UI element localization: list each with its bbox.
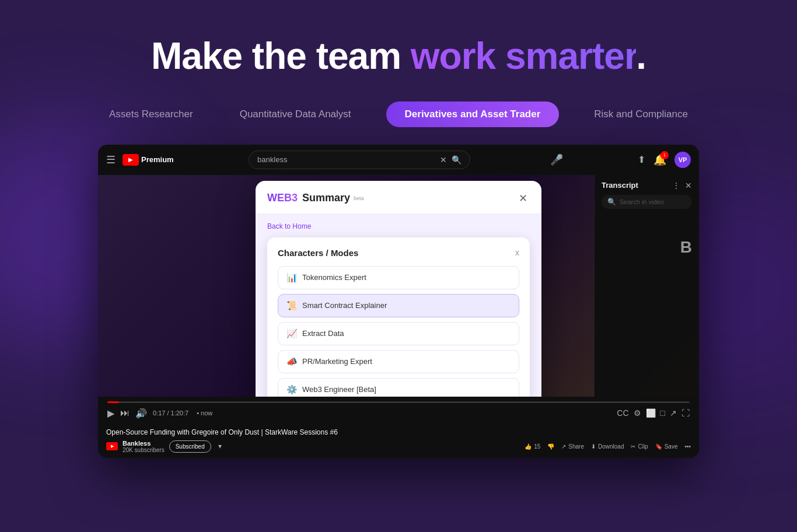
save-button[interactable]: 🔖 Save: [655, 443, 678, 450]
yt-avatar[interactable]: VP: [674, 152, 691, 168]
tokenomics-label: Tokenomics Expert: [302, 273, 366, 282]
web3-modal-body: Back to Home Characters / Modes x 📊 Toke…: [256, 214, 541, 397]
web3-logo-web3-text: WEB3: [267, 192, 298, 204]
yt-search-icon[interactable]: 🔍: [452, 155, 462, 164]
yt-logo-text: Premium: [141, 155, 174, 164]
headline-part1: Make the team: [151, 35, 411, 77]
yt-logo: Premium: [123, 154, 174, 166]
share-button[interactable]: ↗ Share: [561, 443, 584, 450]
character-smart-contract[interactable]: 📜 Smart Contract Explainer: [278, 294, 519, 317]
clip-icon: ✂: [631, 443, 635, 450]
channel-row: Bankless 20K subscribers Subscribed ▾ 👍 …: [106, 440, 691, 453]
tab-derivatives[interactable]: Derivatives and Asset Trader: [386, 102, 560, 127]
smart-contract-emoji: 📜: [286, 300, 298, 311]
tab-bar: Assets Researcher Quantitative Data Anal…: [97, 102, 700, 127]
download-icon: ⬇: [591, 443, 596, 450]
pr-marketing-label: PR/Marketing Expert: [302, 357, 372, 366]
video-title: Open-Source Funding with Gregoire of Onl…: [106, 428, 691, 436]
back-to-home-link[interactable]: Back to Home: [267, 222, 530, 230]
characters-popup: Characters / Modes x 📊 Tokenomics Expert…: [267, 237, 530, 397]
tab-assets-researcher[interactable]: Assets Researcher: [97, 103, 205, 126]
web3-engineer-label: Web3 Engineer [Beta]: [302, 385, 376, 394]
character-pr-marketing[interactable]: 📣 PR/Marketing Expert: [278, 350, 519, 373]
yt-search-bar[interactable]: bankless ✕ 🔍: [249, 150, 470, 169]
more-icon: •••: [684, 443, 691, 450]
browser-window: ☰ Premium bankless ✕ 🔍 🎤 ⬆ 🔔 1 VP STARKW…: [98, 145, 699, 458]
channel-logo: [106, 442, 118, 450]
smart-contract-label: Smart Contract Explainer: [302, 301, 387, 310]
yt-notif-badge: 1: [660, 151, 669, 159]
video-info-bar: Open-Source Funding with Gregoire of Onl…: [98, 424, 699, 458]
channel-info: Bankless 20K subscribers Subscribed ▾: [106, 440, 222, 453]
yt-header-right: ⬆ 🔔 1 VP: [638, 152, 691, 168]
more-button[interactable]: •••: [684, 443, 691, 450]
yt-menu-icon[interactable]: ☰: [106, 153, 116, 166]
yt-clear-icon[interactable]: ✕: [440, 155, 447, 164]
headline-part2: .: [636, 35, 646, 77]
play-button[interactable]: ▶: [107, 408, 114, 419]
channel-details: Bankless 20K subscribers: [123, 440, 165, 453]
save-icon: 🔖: [655, 443, 662, 450]
header: Make the team work smarter.: [151, 0, 646, 96]
headline: Make the team work smarter.: [151, 35, 646, 78]
characters-header: Characters / Modes x: [278, 248, 519, 258]
volume-button[interactable]: 🔊: [135, 408, 147, 419]
web3-engineer-emoji: ⚙️: [286, 384, 298, 395]
characters-title: Characters / Modes: [278, 248, 358, 258]
tab-risk-compliance[interactable]: Risk and Compliance: [582, 103, 700, 126]
action-buttons: 👍 15 👎 ↗ Share ⬇ Download ✂ Clip: [525, 443, 691, 450]
download-button[interactable]: ⬇ Download: [591, 443, 624, 450]
progress-bar[interactable]: [107, 401, 690, 403]
subscribe-dropdown-icon[interactable]: ▾: [218, 442, 222, 450]
miniplayer-icon[interactable]: ⬜: [646, 408, 656, 418]
playback-time: 0:17 / 1:20:7: [153, 410, 188, 416]
dislike-button[interactable]: 👎: [547, 443, 554, 450]
yt-logo-icon: [123, 154, 139, 166]
web3-close-button[interactable]: ✕: [516, 191, 530, 205]
progress-fill: [107, 401, 119, 403]
theater-icon[interactable]: □: [660, 408, 665, 418]
cc-icon[interactable]: CC: [617, 408, 628, 418]
pr-marketing-emoji: 📣: [286, 356, 298, 367]
web3-logo-beta: beta: [354, 195, 364, 201]
web3-logo-summary-text: Summary: [302, 192, 350, 204]
extract-data-label: Extract Data: [302, 329, 344, 338]
characters-close-icon[interactable]: x: [515, 248, 519, 257]
yt-mic-icon[interactable]: 🎤: [550, 153, 563, 166]
tab-quantitative[interactable]: Quantitative Data Analyst: [228, 103, 363, 126]
extract-data-emoji: 📈: [286, 328, 298, 339]
clip-button[interactable]: ✂ Clip: [631, 443, 648, 450]
like-icon: 👍: [525, 443, 532, 450]
yt-controls-bar: ▶ ⏭ 🔊 0:17 / 1:20:7 • now CC ⚙ ⬜ □ ↗ ⛶: [98, 397, 699, 424]
headline-gradient: work smarter: [411, 35, 636, 77]
yt-video-content: STARKWARE SESSIONS WEB3 Summary beta ✕: [98, 175, 699, 397]
fullscreen-icon[interactable]: ⛶: [681, 408, 690, 418]
yt-upload-icon[interactable]: ⬆: [638, 154, 645, 165]
playback-controls: ▶ ⏭ 🔊 0:17 / 1:20:7 • now CC ⚙ ⬜ □ ↗ ⛶: [107, 408, 690, 419]
web3-modal-header: WEB3 Summary beta ✕: [256, 181, 541, 214]
yt-notification-icon[interactable]: 🔔 1: [653, 153, 666, 166]
channel-name: Bankless: [123, 440, 165, 447]
settings-icon[interactable]: ⚙: [634, 408, 641, 418]
right-controls: CC ⚙ ⬜ □ ↗ ⛶: [617, 408, 690, 418]
share-icon: ↗: [561, 443, 566, 450]
download-label: Download: [598, 443, 624, 450]
web3-modal: WEB3 Summary beta ✕ Back to Home Charact…: [256, 181, 541, 397]
like-count: 15: [534, 443, 540, 450]
pip-icon[interactable]: ↗: [670, 408, 677, 418]
clip-label: Clip: [638, 443, 648, 450]
skip-button[interactable]: ⏭: [120, 408, 130, 418]
share-label: Share: [568, 443, 584, 450]
tokenomics-emoji: 📊: [286, 272, 298, 283]
web3-modal-overlay: WEB3 Summary beta ✕ Back to Home Charact…: [98, 175, 699, 397]
youtube-header: ☰ Premium bankless ✕ 🔍 🎤 ⬆ 🔔 1 VP: [98, 145, 699, 175]
time-suffix: • now: [197, 410, 212, 416]
character-tokenomics[interactable]: 📊 Tokenomics Expert: [278, 266, 519, 289]
channel-subs: 20K subscribers: [123, 447, 165, 453]
character-web3-engineer[interactable]: ⚙️ Web3 Engineer [Beta]: [278, 378, 519, 397]
subscribe-button[interactable]: Subscribed: [169, 440, 211, 453]
like-button[interactable]: 👍 15: [525, 443, 540, 450]
web3-logo: WEB3 Summary beta: [267, 192, 364, 204]
character-extract-data[interactable]: 📈 Extract Data: [278, 322, 519, 345]
save-label: Save: [665, 443, 678, 450]
